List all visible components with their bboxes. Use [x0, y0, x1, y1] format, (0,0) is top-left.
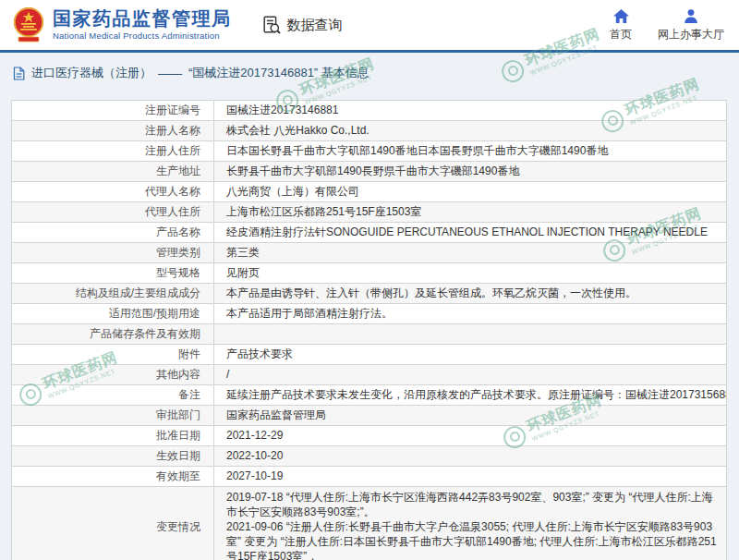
device-info-table: 注册证编号 国械注进20173146881 注册人名称 株式会社 八光Hakko…: [11, 100, 727, 560]
header-bar: 国家药品监督管理局 National Medical Products Admi…: [0, 0, 739, 53]
row-value: 国械注进20173146881: [214, 101, 726, 120]
row-label: 产品名称: [12, 223, 214, 242]
table-row: 管理类别 第三类: [12, 243, 726, 263]
table-row: 产品名称 经皮酒精注射疗法针SONOGUIDE PERCUTANEOUS ETH…: [12, 223, 726, 243]
row-label: 备注: [12, 385, 214, 405]
home-icon: [612, 8, 630, 24]
row-label: 注册证编号: [12, 101, 214, 120]
table-row: 生效日期 2022-10-20: [12, 446, 726, 467]
row-label: 代理人住所: [12, 202, 214, 222]
table-row: 批准日期 2021-12-29: [12, 426, 726, 446]
row-label: 管理类别: [12, 243, 214, 262]
row-value: 2019-07-18 “代理人住所:上海市长宁区淮海西路442弄83号902室、…: [214, 487, 726, 560]
data-query-label: 数据查询: [287, 17, 343, 34]
row-value: 国家药品监督管理局: [214, 406, 726, 425]
row-value: 本产品适用于局部酒精注射疗法。: [214, 304, 726, 323]
row-label: 适用范围/预期用途: [12, 304, 214, 323]
table-row: 注册人名称 株式会社 八光Hakko Co.,Ltd.: [12, 121, 726, 141]
row-label: 注册人住所: [12, 141, 214, 161]
row-label: 生效日期: [12, 446, 214, 466]
table-row: 适用范围/预期用途 本产品适用于局部酒精注射疗法。: [12, 304, 726, 324]
row-label: 有效期至: [12, 467, 214, 486]
row-label: 审批部门: [12, 406, 214, 425]
national-emblem-icon: [12, 6, 45, 44]
breadcrumb: 进口医疗器械（注册） —— “国械注进20173146881” 基本信息: [13, 63, 370, 83]
row-value: 第三类: [214, 243, 726, 262]
row-label: 注册人名称: [12, 121, 214, 140]
row-value: 2027-10-19: [214, 467, 726, 486]
row-value: /: [214, 365, 726, 384]
row-label: 代理人名称: [12, 182, 214, 201]
table-row: 结构及组成/主要组成成分 本产品是由诱导针、注入针（带侧孔）及延长管组成。环氧乙…: [12, 284, 726, 304]
row-label: 附件: [12, 345, 214, 364]
row-value: 上海市松江区乐都路251号15F座1503室: [214, 202, 726, 222]
breadcrumb-section[interactable]: 进口医疗器械（注册）: [31, 65, 151, 81]
table-row: 代理人住所 上海市松江区乐都路251号15F座1503室: [12, 202, 726, 223]
watermark-logo-icon: [498, 56, 527, 85]
row-value: 日本国长野县千曲市大字矶部1490番地日本国長野県千曲市大字磯部1490番地: [214, 141, 726, 161]
row-label: 产品储存条件及有效期: [12, 324, 214, 344]
table-row: 注册证编号 国械注进20173146881: [12, 101, 726, 121]
header-nav: 首页 网上办事大厅: [610, 8, 724, 43]
row-label: 批准日期: [12, 426, 214, 445]
table-row: 生产地址 长野县千曲市大字矶部1490長野県千曲市大字磯部1490番地: [12, 162, 726, 182]
doc-magnifier-icon: [261, 15, 282, 35]
row-label: 其他内容: [12, 365, 214, 384]
row-label: 变更情况: [12, 487, 214, 560]
user-icon: [683, 8, 699, 24]
row-label: 型号规格: [12, 263, 214, 283]
change-history-text: 2019-07-18 “代理人住所:上海市长宁区淮海西路442弄83号902室、…: [226, 490, 719, 560]
row-label: 生产地址: [12, 162, 214, 181]
row-value: 见附页: [214, 263, 726, 283]
nav-home-label: 首页: [610, 27, 632, 43]
table-row: 注册人住所 日本国长野县千曲市大字矶部1490番地日本国長野県千曲市大字磯部14…: [12, 141, 726, 162]
table-row: 审批部门 国家药品监督管理局: [12, 406, 726, 426]
row-label: 结构及组成/主要组成成分: [12, 284, 214, 303]
row-value: 延续注册产品技术要求未发生变化，沿用原核发的产品技术要求。原注册证编号：国械注进…: [214, 385, 726, 405]
table-row: 附件 产品技术要求: [12, 345, 726, 365]
row-value: [214, 324, 726, 344]
table-row: 代理人名称 八光商贸（上海）有限公司: [12, 182, 726, 202]
table-row-change-history: 变更情况 2019-07-18 “代理人住所:上海市长宁区淮海西路442弄83号…: [12, 487, 726, 560]
brand: 国家药品监督管理局 National Medical Products Admi…: [53, 9, 232, 41]
row-value: 八光商贸（上海）有限公司: [214, 182, 726, 201]
row-value: 经皮酒精注射疗法针SONOGUIDE PERCUTANEOUS ETHANOL …: [214, 223, 726, 242]
table-row: 备注 延续注册产品技术要求未发生变化，沿用原核发的产品技术要求。原注册证编号：国…: [12, 385, 726, 406]
row-value: 本产品是由诱导针、注入针（带侧孔）及延长管组成。环氧乙烷灭菌，一次性使用。: [214, 284, 726, 303]
nav-service-hall[interactable]: 网上办事大厅: [658, 8, 724, 43]
document-icon: [13, 67, 25, 80]
breadcrumb-current: “国械注进20173146881” 基本信息: [188, 65, 370, 81]
change-entry: 2019-07-18 “代理人住所:上海市长宁区淮海西路442弄83号902室、…: [226, 490, 719, 519]
row-value: 2021-12-29: [214, 426, 726, 445]
breadcrumb-dash: ——: [158, 67, 182, 80]
agency-name-en: National Medical Products Administration: [53, 31, 232, 41]
table-row: 型号规格 见附页: [12, 263, 726, 284]
row-value: 2022-10-20: [214, 446, 726, 466]
row-value: 长野县千曲市大字矶部1490長野県千曲市大字磯部1490番地: [214, 162, 726, 181]
agency-name-cn: 国家药品监督管理局: [53, 9, 232, 28]
table-row: 其他内容 /: [12, 365, 726, 385]
table-row: 产品储存条件及有效期: [12, 324, 726, 345]
row-value: 株式会社 八光Hakko Co.,Ltd.: [214, 121, 726, 140]
nav-hall-label: 网上办事大厅: [658, 27, 724, 43]
table-row: 有效期至 2027-10-19: [12, 467, 726, 487]
nav-home[interactable]: 首页: [610, 8, 632, 43]
change-entry: 2021-09-06 “注册人住所:长野县千曲市大字户仓温泉3055; 代理人住…: [226, 519, 719, 560]
row-value: 产品技术要求: [214, 345, 726, 364]
data-query-menu[interactable]: 数据查询: [261, 15, 343, 35]
